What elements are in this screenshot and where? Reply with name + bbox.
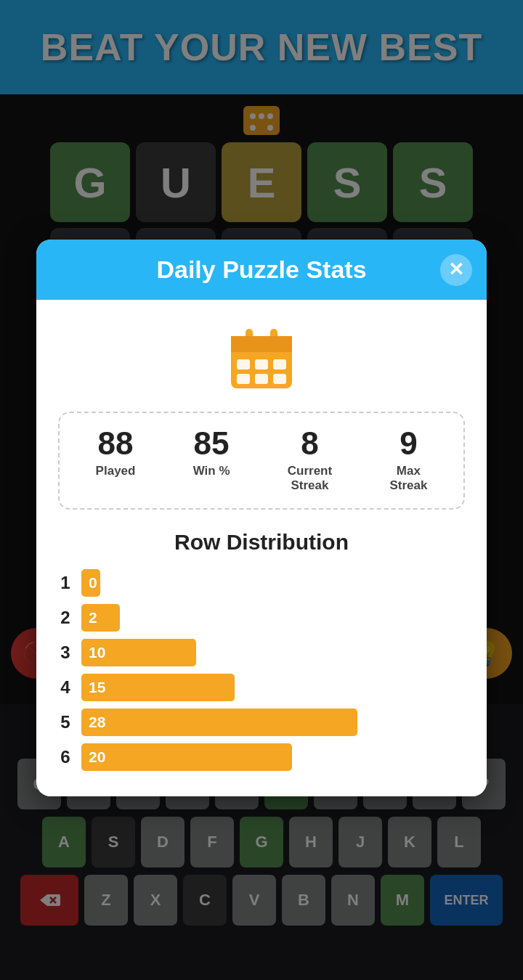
dist-bar-value-4: 15 <box>89 679 105 696</box>
dist-bar-3: 10 <box>81 639 196 666</box>
dist-label-4: 4 <box>58 677 73 698</box>
dist-row-4: 4 15 <box>58 674 465 701</box>
stat-max-streak-number: 9 <box>400 428 417 460</box>
stat-played: 88 Played <box>96 428 136 494</box>
stat-winpct: 85 Win % <box>193 428 230 494</box>
dist-bar-value-5: 28 <box>89 714 105 731</box>
stat-current-streak-label: CurrentStreak <box>288 464 332 494</box>
dist-bar-value-1: 0 <box>89 574 97 592</box>
dist-bar-4: 15 <box>81 674 235 701</box>
dist-label-6: 6 <box>58 747 73 767</box>
modal-header: Daily Puzzle Stats ✕ <box>36 240 487 300</box>
stat-winpct-label: Win % <box>193 464 230 478</box>
stat-max-streak: 9 MaxStreak <box>389 428 427 494</box>
dist-row-3: 3 10 <box>58 639 465 666</box>
svg-rect-13 <box>231 343 292 352</box>
svg-rect-18 <box>255 374 268 384</box>
dist-row-2: 2 2 <box>58 604 465 632</box>
modal-body: 88 Played 85 Win % 8 CurrentStreak 9 Max… <box>36 300 487 796</box>
dist-bar-6: 20 <box>81 743 292 771</box>
stat-current-streak: 8 CurrentStreak <box>288 428 332 494</box>
stat-current-streak-number: 8 <box>301 428 318 460</box>
svg-rect-17 <box>237 374 250 384</box>
dist-row-6: 6 20 <box>58 743 465 771</box>
dist-bar-wrap-3: 10 <box>81 639 465 666</box>
svg-rect-19 <box>273 374 286 384</box>
dist-bar-value-3: 10 <box>89 644 105 661</box>
close-button[interactable]: ✕ <box>440 254 472 286</box>
svg-rect-16 <box>273 359 286 369</box>
dist-bar-wrap-5: 28 <box>81 709 465 736</box>
dist-bar-5: 28 <box>81 709 357 736</box>
calendar-icon-wrap <box>58 322 465 394</box>
svg-rect-14 <box>237 359 250 369</box>
stat-max-streak-label: MaxStreak <box>389 464 427 494</box>
svg-rect-15 <box>255 359 268 369</box>
dist-bar-1: 0 <box>81 569 100 597</box>
dist-bar-wrap-4: 15 <box>81 674 465 701</box>
stat-played-number: 88 <box>98 428 134 460</box>
dist-label-3: 3 <box>58 642 73 663</box>
modal-title: Daily Puzzle Stats <box>156 256 366 284</box>
stat-played-label: Played <box>96 464 136 478</box>
stats-modal: Daily Puzzle Stats ✕ <box>36 240 487 796</box>
dist-label-1: 1 <box>58 573 73 593</box>
dist-bar-value-2: 2 <box>89 609 97 626</box>
dist-row-5: 5 28 <box>58 709 465 736</box>
calendar-icon <box>225 322 298 394</box>
dist-label-5: 5 <box>58 712 73 732</box>
dist-bar-wrap-2: 2 <box>81 604 465 632</box>
dist-label-2: 2 <box>58 608 73 628</box>
dist-bar-value-6: 20 <box>89 748 105 766</box>
dist-bar-wrap-6: 20 <box>81 743 465 771</box>
distribution-rows: 1 0 2 2 3 <box>58 569 465 771</box>
stat-winpct-number: 85 <box>194 428 230 460</box>
stats-row: 88 Played 85 Win % 8 CurrentStreak 9 Max… <box>58 412 465 510</box>
dist-bar-wrap-1: 0 <box>81 569 465 597</box>
dist-row-1: 1 0 <box>58 569 465 597</box>
distribution-title: Row Distribution <box>58 530 465 555</box>
dist-bar-2: 2 <box>81 604 120 632</box>
